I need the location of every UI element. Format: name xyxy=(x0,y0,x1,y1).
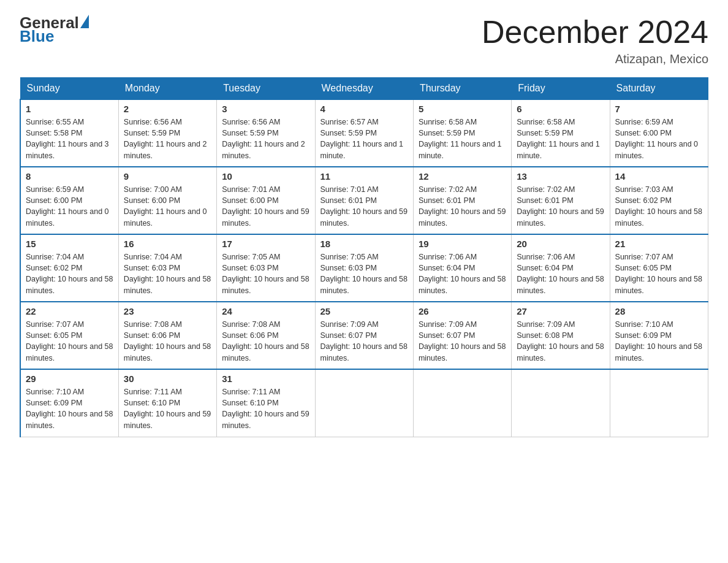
month-title: December 2024 xyxy=(482,15,708,50)
day-info: Sunrise: 7:07 AM Sunset: 6:05 PM Dayligh… xyxy=(615,251,703,296)
day-info: Sunrise: 7:07 AM Sunset: 6:05 PM Dayligh… xyxy=(26,319,113,364)
col-sunday: Sunday xyxy=(20,78,118,100)
day-info: Sunrise: 6:58 AM Sunset: 5:59 PM Dayligh… xyxy=(419,117,506,161)
table-row: 22 Sunrise: 7:07 AM Sunset: 6:05 PM Dayl… xyxy=(20,302,118,369)
day-info: Sunrise: 6:59 AM Sunset: 6:00 PM Dayligh… xyxy=(615,117,703,161)
day-info: Sunrise: 7:11 AM Sunset: 6:10 PM Dayligh… xyxy=(124,386,211,431)
table-row: 2 Sunrise: 6:56 AM Sunset: 5:59 PM Dayli… xyxy=(118,99,216,167)
day-number: 20 xyxy=(517,239,604,249)
day-number: 2 xyxy=(124,104,211,114)
day-info: Sunrise: 6:57 AM Sunset: 5:59 PM Dayligh… xyxy=(320,117,408,161)
table-row xyxy=(512,369,610,437)
day-number: 31 xyxy=(222,373,309,384)
day-number: 23 xyxy=(124,306,211,316)
calendar-week-row: 8 Sunrise: 6:59 AM Sunset: 6:00 PM Dayli… xyxy=(20,167,708,234)
day-number: 12 xyxy=(419,171,506,182)
day-number: 30 xyxy=(124,373,211,384)
table-row: 13 Sunrise: 7:02 AM Sunset: 6:01 PM Dayl… xyxy=(512,167,610,234)
day-info: Sunrise: 7:01 AM Sunset: 6:01 PM Dayligh… xyxy=(320,184,408,229)
table-row: 11 Sunrise: 7:01 AM Sunset: 6:01 PM Dayl… xyxy=(315,167,413,234)
day-number: 27 xyxy=(517,306,604,316)
table-row xyxy=(315,369,413,437)
col-monday: Monday xyxy=(118,78,216,100)
day-info: Sunrise: 6:58 AM Sunset: 5:59 PM Dayligh… xyxy=(517,117,604,161)
day-number: 9 xyxy=(124,171,211,182)
day-number: 4 xyxy=(320,104,408,114)
day-number: 18 xyxy=(320,239,408,249)
day-info: Sunrise: 7:04 AM Sunset: 6:03 PM Dayligh… xyxy=(124,251,211,296)
day-info: Sunrise: 7:06 AM Sunset: 6:04 PM Dayligh… xyxy=(419,251,506,296)
table-row: 5 Sunrise: 6:58 AM Sunset: 5:59 PM Dayli… xyxy=(413,99,511,167)
table-row: 18 Sunrise: 7:05 AM Sunset: 6:03 PM Dayl… xyxy=(315,234,413,302)
day-number: 8 xyxy=(26,171,113,182)
day-number: 10 xyxy=(222,171,309,182)
day-number: 17 xyxy=(222,239,309,249)
day-info: Sunrise: 7:02 AM Sunset: 6:01 PM Dayligh… xyxy=(517,184,604,229)
day-number: 29 xyxy=(26,373,113,384)
calendar-header-row: Sunday Monday Tuesday Wednesday Thursday… xyxy=(20,78,708,100)
title-area: December 2024 Atizapan, Mexico xyxy=(482,15,708,66)
table-row: 12 Sunrise: 7:02 AM Sunset: 6:01 PM Dayl… xyxy=(413,167,511,234)
table-row: 4 Sunrise: 6:57 AM Sunset: 5:59 PM Dayli… xyxy=(315,99,413,167)
logo-blue-text: Blue xyxy=(20,28,54,44)
table-row: 24 Sunrise: 7:08 AM Sunset: 6:06 PM Dayl… xyxy=(217,302,315,369)
col-saturday: Saturday xyxy=(610,78,708,100)
table-row xyxy=(413,369,511,437)
day-info: Sunrise: 7:09 AM Sunset: 6:08 PM Dayligh… xyxy=(517,319,604,364)
table-row: 10 Sunrise: 7:01 AM Sunset: 6:00 PM Dayl… xyxy=(217,167,315,234)
table-row: 30 Sunrise: 7:11 AM Sunset: 6:10 PM Dayl… xyxy=(118,369,216,437)
logo: General Blue xyxy=(20,15,90,44)
day-number: 15 xyxy=(26,239,113,249)
day-info: Sunrise: 7:09 AM Sunset: 6:07 PM Dayligh… xyxy=(320,319,408,364)
col-friday: Friday xyxy=(512,78,610,100)
table-row: 3 Sunrise: 6:56 AM Sunset: 5:59 PM Dayli… xyxy=(217,99,315,167)
day-number: 25 xyxy=(320,306,408,316)
table-row: 26 Sunrise: 7:09 AM Sunset: 6:07 PM Dayl… xyxy=(413,302,511,369)
day-number: 5 xyxy=(419,104,506,114)
table-row xyxy=(610,369,708,437)
day-number: 13 xyxy=(517,171,604,182)
location: Atizapan, Mexico xyxy=(482,52,708,66)
day-number: 22 xyxy=(26,306,113,316)
day-info: Sunrise: 7:02 AM Sunset: 6:01 PM Dayligh… xyxy=(419,184,506,229)
day-number: 28 xyxy=(615,306,703,316)
day-number: 16 xyxy=(124,239,211,249)
day-number: 19 xyxy=(419,239,506,249)
table-row: 9 Sunrise: 7:00 AM Sunset: 6:00 PM Dayli… xyxy=(118,167,216,234)
day-info: Sunrise: 7:05 AM Sunset: 6:03 PM Dayligh… xyxy=(222,251,309,296)
day-info: Sunrise: 6:55 AM Sunset: 5:58 PM Dayligh… xyxy=(26,117,113,161)
table-row: 15 Sunrise: 7:04 AM Sunset: 6:02 PM Dayl… xyxy=(20,234,118,302)
day-info: Sunrise: 7:00 AM Sunset: 6:00 PM Dayligh… xyxy=(124,184,211,229)
calendar-week-row: 29 Sunrise: 7:10 AM Sunset: 6:09 PM Dayl… xyxy=(20,369,708,437)
table-row: 29 Sunrise: 7:10 AM Sunset: 6:09 PM Dayl… xyxy=(20,369,118,437)
day-info: Sunrise: 6:59 AM Sunset: 6:00 PM Dayligh… xyxy=(26,184,113,229)
table-row: 28 Sunrise: 7:10 AM Sunset: 6:09 PM Dayl… xyxy=(610,302,708,369)
day-number: 3 xyxy=(222,104,309,114)
table-row: 8 Sunrise: 6:59 AM Sunset: 6:00 PM Dayli… xyxy=(20,167,118,234)
day-number: 6 xyxy=(517,104,604,114)
calendar-week-row: 15 Sunrise: 7:04 AM Sunset: 6:02 PM Dayl… xyxy=(20,234,708,302)
day-number: 7 xyxy=(615,104,703,114)
table-row: 21 Sunrise: 7:07 AM Sunset: 6:05 PM Dayl… xyxy=(610,234,708,302)
day-number: 1 xyxy=(26,104,113,114)
day-number: 26 xyxy=(419,306,506,316)
logo-triangle-icon xyxy=(80,15,89,28)
col-wednesday: Wednesday xyxy=(315,78,413,100)
day-number: 14 xyxy=(615,171,703,182)
table-row: 16 Sunrise: 7:04 AM Sunset: 6:03 PM Dayl… xyxy=(118,234,216,302)
table-row: 6 Sunrise: 6:58 AM Sunset: 5:59 PM Dayli… xyxy=(512,99,610,167)
page-header: General Blue December 2024 Atizapan, Mex… xyxy=(20,15,708,66)
table-row: 17 Sunrise: 7:05 AM Sunset: 6:03 PM Dayl… xyxy=(217,234,315,302)
table-row: 14 Sunrise: 7:03 AM Sunset: 6:02 PM Dayl… xyxy=(610,167,708,234)
day-info: Sunrise: 7:06 AM Sunset: 6:04 PM Dayligh… xyxy=(517,251,604,296)
day-number: 21 xyxy=(615,239,703,249)
table-row: 1 Sunrise: 6:55 AM Sunset: 5:58 PM Dayli… xyxy=(20,99,118,167)
calendar-week-row: 22 Sunrise: 7:07 AM Sunset: 6:05 PM Dayl… xyxy=(20,302,708,369)
table-row: 27 Sunrise: 7:09 AM Sunset: 6:08 PM Dayl… xyxy=(512,302,610,369)
day-info: Sunrise: 6:56 AM Sunset: 5:59 PM Dayligh… xyxy=(222,117,309,161)
day-info: Sunrise: 7:04 AM Sunset: 6:02 PM Dayligh… xyxy=(26,251,113,296)
day-info: Sunrise: 7:09 AM Sunset: 6:07 PM Dayligh… xyxy=(419,319,506,364)
day-info: Sunrise: 7:10 AM Sunset: 6:09 PM Dayligh… xyxy=(26,386,113,431)
day-info: Sunrise: 7:03 AM Sunset: 6:02 PM Dayligh… xyxy=(615,184,703,229)
day-number: 11 xyxy=(320,171,408,182)
